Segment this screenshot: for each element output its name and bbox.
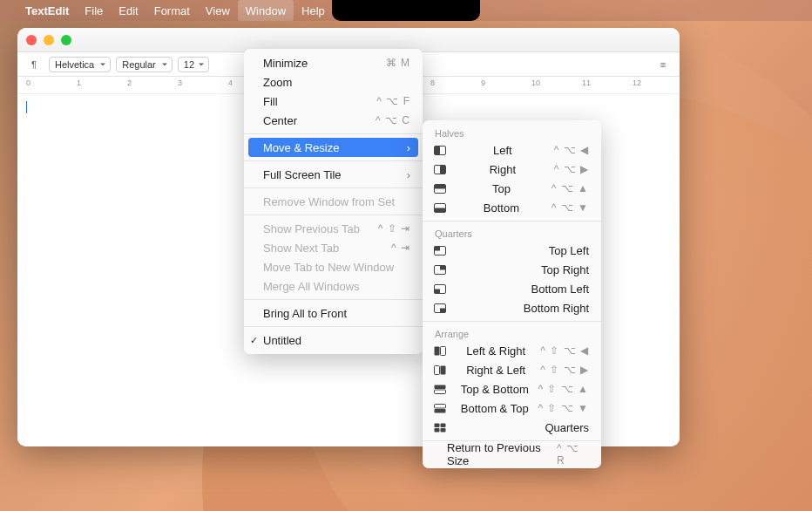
font-family-select[interactable]: Helvetica — [49, 57, 111, 72]
svg-rect-21 — [435, 390, 446, 394]
menu-item-fill[interactable]: Fill^ ⌥ F — [244, 92, 423, 111]
menu-item-center[interactable]: Center^ ⌥ C — [244, 111, 423, 130]
svg-rect-20 — [435, 385, 446, 389]
svg-rect-3 — [440, 165, 446, 174]
svg-rect-16 — [435, 346, 440, 355]
font-size-select[interactable]: 12 — [178, 57, 209, 72]
menu-item-move-tab: Move Tab to New Window — [244, 257, 423, 276]
ruler-tick: 3 — [178, 78, 182, 87]
menu-item-move-resize[interactable]: Move & Resize — [248, 138, 418, 157]
svg-rect-26 — [435, 428, 440, 433]
ruler-tick: 11 — [582, 78, 591, 87]
svg-rect-15 — [440, 308, 446, 312]
half-left-icon — [431, 146, 449, 155]
svg-rect-25 — [441, 423, 446, 427]
submenu-item-bottom-top[interactable]: Bottom & Top^ ⇧ ⌥ ▼ — [423, 399, 601, 418]
ruler-tick: 0 — [26, 78, 30, 87]
submenu-item-bottom-right[interactable]: Bottom Right — [423, 298, 601, 317]
ruler-tick: 12 — [633, 78, 641, 87]
svg-rect-27 — [441, 428, 446, 433]
arrange-rl-icon — [431, 365, 449, 375]
svg-rect-9 — [435, 246, 441, 250]
half-bottom-icon — [431, 203, 449, 213]
svg-rect-18 — [435, 365, 440, 374]
svg-rect-24 — [435, 423, 440, 427]
svg-rect-19 — [441, 365, 446, 374]
menu-item-document[interactable]: Untitled — [244, 330, 423, 350]
svg-rect-1 — [435, 146, 441, 154]
ruler-tick: 4 — [228, 78, 233, 87]
submenu-header-halves: Halves — [423, 125, 601, 140]
zoom-button[interactable] — [61, 35, 71, 45]
menu-view[interactable]: View — [198, 0, 238, 21]
submenu-item-bottom-left[interactable]: Bottom Left — [423, 279, 601, 298]
menu-item-show-prev-tab: Show Previous Tab^ ⇧ ⇥ — [244, 219, 423, 238]
submenu-header-arrange: Arrange — [423, 325, 601, 341]
submenu-item-top[interactable]: Top^ ⌥ ▲ — [423, 179, 601, 198]
ruler-tick: 1 — [77, 78, 81, 87]
submenu-item-left[interactable]: Left^ ⌥ ◀ — [423, 140, 601, 160]
quarter-tl-icon — [431, 246, 449, 256]
arrange-lr-icon — [431, 346, 449, 356]
font-weight-select[interactable]: Regular — [116, 57, 173, 72]
quarter-tr-icon — [431, 265, 449, 275]
ruler-tick: 8 — [430, 78, 435, 87]
menu-item-remove-window-set: Remove Window from Set — [244, 192, 423, 211]
submenu-item-right-left[interactable]: Right & Left^ ⇧ ⌥ ▶ — [423, 360, 601, 379]
menu-help[interactable]: Help — [294, 0, 333, 21]
arrange-bt-icon — [431, 404, 449, 413]
menu-item-minimize[interactable]: Minimize⌘ M — [244, 53, 423, 72]
list-style-icon[interactable]: ≡ — [653, 57, 673, 72]
arrange-tb-icon — [431, 385, 449, 394]
window-menu: Minimize⌘ M Zoom Fill^ ⌥ F Center^ ⌥ C M… — [244, 49, 423, 354]
menu-file[interactable]: File — [77, 0, 111, 21]
half-right-icon — [431, 165, 449, 174]
menu-item-show-next-tab: Show Next Tab^ ⇥ — [244, 238, 423, 257]
svg-rect-23 — [435, 409, 446, 413]
submenu-item-left-right[interactable]: Left & Right^ ⇧ ⌥ ◀ — [423, 341, 601, 360]
submenu-item-top-bottom[interactable]: Top & Bottom^ ⇧ ⌥ ▲ — [423, 379, 601, 399]
ruler-tick: 2 — [127, 78, 132, 87]
move-resize-submenu: Halves Left^ ⌥ ◀ Right^ ⌥ ▶ Top^ ⌥ ▲ Bot… — [423, 120, 601, 468]
svg-rect-7 — [435, 208, 446, 212]
submenu-item-return-prev-size[interactable]: Return to Previous Size^ ⌥ R — [423, 445, 601, 464]
app-name[interactable]: TextEdit — [17, 4, 77, 17]
submenu-item-top-left[interactable]: Top Left — [423, 241, 601, 260]
menu-item-zoom[interactable]: Zoom — [244, 72, 423, 92]
svg-rect-22 — [435, 404, 446, 408]
arrange-quarters-icon — [431, 423, 449, 433]
menu-edit[interactable]: Edit — [111, 0, 145, 21]
submenu-item-right[interactable]: Right^ ⌥ ▶ — [423, 160, 601, 179]
svg-rect-11 — [440, 265, 446, 269]
paragraph-style-icon[interactable]: ¶ — [24, 57, 44, 72]
half-top-icon — [431, 184, 449, 194]
quarter-bl-icon — [431, 284, 449, 294]
menu-format[interactable]: Format — [146, 0, 198, 21]
menu-window[interactable]: Window — [238, 0, 294, 21]
text-cursor — [26, 101, 27, 113]
svg-rect-17 — [441, 346, 446, 355]
menu-item-merge-windows: Merge All Windows — [244, 276, 423, 296]
menu-item-full-screen-tile[interactable]: Full Screen Tile — [244, 165, 423, 184]
svg-rect-13 — [435, 289, 441, 293]
submenu-item-top-right[interactable]: Top Right — [423, 260, 601, 279]
menu-item-bring-all-front[interactable]: Bring All to Front — [244, 303, 423, 323]
submenu-header-quarters: Quarters — [423, 225, 601, 241]
quarter-br-icon — [431, 303, 449, 313]
svg-rect-5 — [435, 184, 446, 188]
ruler-tick: 9 — [481, 78, 485, 87]
submenu-item-quarters-arrange[interactable]: Quarters — [423, 418, 601, 437]
minimize-button[interactable] — [44, 35, 54, 45]
close-button[interactable] — [26, 35, 37, 45]
display-notch — [332, 0, 480, 21]
ruler-tick: 10 — [531, 78, 540, 87]
submenu-item-bottom[interactable]: Bottom^ ⌥ ▼ — [423, 198, 601, 217]
